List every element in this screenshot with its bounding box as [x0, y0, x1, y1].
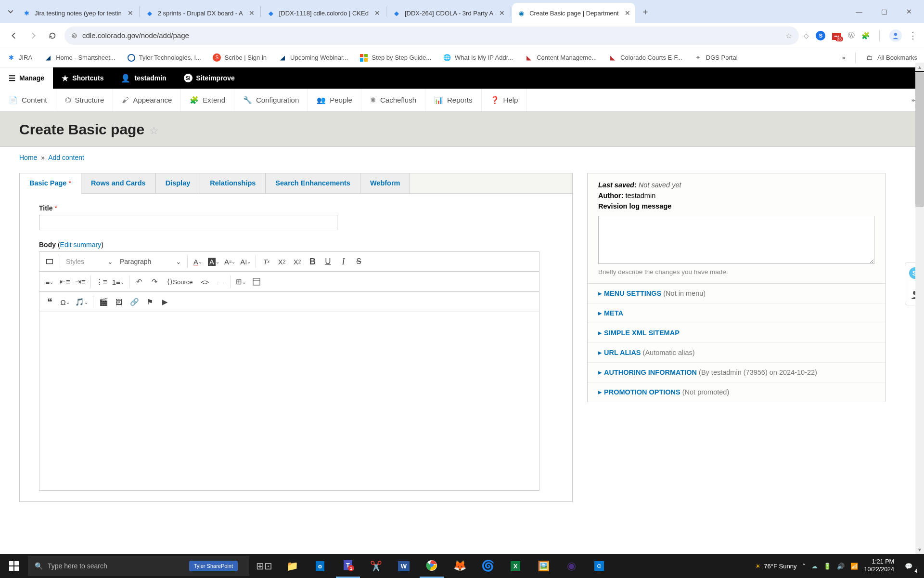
window-minimize[interactable]: — [848, 3, 870, 20]
file-explorer-icon[interactable]: 📁 [280, 554, 304, 578]
toolbar-siteimprove[interactable]: Si Siteimprove [175, 67, 244, 89]
text-color-button[interactable]: A ⌄ [191, 254, 205, 269]
details-meta[interactable]: ▸META [588, 303, 885, 323]
menu-people[interactable]: 👥People [308, 89, 361, 111]
insert-media-button[interactable]: 🎬 [96, 294, 111, 310]
close-icon[interactable]: ✕ [499, 9, 505, 17]
tab-webform[interactable]: Webform [360, 173, 411, 193]
details-url-alias[interactable]: ▸URL ALIAS (Automatic alias) [588, 343, 885, 363]
menu-structure[interactable]: ⌬Structure [56, 89, 114, 111]
format-dropdown[interactable]: Paragraph⌄ [117, 254, 184, 269]
snip-icon[interactable]: ✂️ [364, 554, 388, 578]
extension-icon[interactable]: ◇ [804, 32, 809, 39]
underline-button[interactable]: U [321, 254, 335, 269]
scroll-down-button[interactable]: ▼ [915, 545, 924, 554]
numbered-list-button[interactable]: 1≡ ⌄ [110, 274, 126, 289]
browser-tab[interactable]: ✱ Jira testing notes (yep for testin ✕ [17, 3, 138, 23]
styles-dropdown[interactable]: Styles⌄ [63, 254, 116, 269]
site-settings-icon[interactable]: ⊚ [71, 31, 77, 40]
profile-avatar[interactable] [889, 29, 902, 42]
align-button[interactable]: ≡ ⌄ [42, 274, 57, 289]
toolbar-user[interactable]: 👤 testadmin [112, 67, 175, 89]
task-view-button[interactable]: ⊞⊡ [252, 554, 276, 578]
close-icon[interactable]: ✕ [374, 9, 380, 17]
lastpass-icon[interactable]: ••• 23 [832, 32, 841, 39]
tray-chevron-up-icon[interactable]: ˄ [802, 563, 806, 570]
bookmark-item[interactable]: ◢Home - Smartsheet... [44, 53, 116, 62]
special-char-button[interactable]: Ω ⌄ [58, 294, 72, 310]
chrome-icon[interactable] [420, 554, 444, 578]
close-icon[interactable]: ✕ [625, 9, 630, 17]
outdent-button[interactable]: ⇤≡ [58, 274, 72, 289]
browser-tab-active[interactable]: ◉ Create Basic page | Department ✕ [512, 3, 635, 23]
taskbar-search[interactable]: 🔍 Type here to search Tyler SharePoint [28, 556, 249, 576]
system-clock[interactable]: 1:21 PM 10/22/2024 [864, 558, 894, 573]
superscript-button[interactable]: X2 [290, 254, 304, 269]
extensions-puzzle-icon[interactable]: 🧩 [861, 32, 870, 39]
browser-tab[interactable]: ◆ 2 sprints - Drupal DX board - A ✕ [141, 3, 259, 23]
breadcrumb-home[interactable]: Home [19, 154, 37, 161]
firefox-icon[interactable]: 🦊 [448, 554, 472, 578]
edit-summary-link[interactable]: Edit summary [60, 241, 102, 249]
shortcut-star-icon[interactable]: ☆ [149, 125, 159, 137]
chrome-menu-icon[interactable]: ⋮ [909, 30, 917, 41]
templates-button[interactable] [249, 274, 264, 289]
extension-icon[interactable]: Ⓦ [848, 31, 855, 40]
window-maximize[interactable]: ▢ [873, 3, 895, 20]
scrollbar-thumb[interactable] [915, 72, 924, 207]
breadcrumb-add-content[interactable]: Add content [48, 154, 84, 161]
action-center-button[interactable]: 💬 4 [900, 557, 917, 575]
italic-button[interactable]: I [336, 254, 350, 269]
code-button[interactable]: <> [198, 274, 212, 289]
toolbar-shortcuts[interactable]: ★ Shortcuts [53, 67, 112, 89]
battery-icon[interactable]: 🔋 [823, 563, 831, 570]
strikethrough-button[interactable]: S [351, 254, 366, 269]
bookmark-item[interactable]: ◣Colorado Courts E-F... [608, 53, 682, 62]
tab-display[interactable]: Display [156, 173, 201, 193]
title-input[interactable] [39, 215, 337, 230]
tab-basic-page[interactable]: Basic Page * [20, 173, 81, 194]
editor-body[interactable] [39, 312, 539, 490]
source-button[interactable]: ⟨⟩ Source [163, 274, 197, 289]
tab-rows-cards[interactable]: Rows and Cards [81, 173, 156, 193]
ai-button[interactable]: AI ⌄ [238, 254, 253, 269]
remove-format-button[interactable]: Tx [259, 254, 273, 269]
menu-content[interactable]: 📄Content [0, 89, 56, 111]
tab-search-enhancements[interactable]: Search Enhancements [266, 173, 360, 193]
bookmark-item[interactable]: SScribe | Sign in [213, 53, 267, 62]
tab-relationships[interactable]: Relationships [200, 173, 266, 193]
table-button[interactable]: ⊞ ⌄ [234, 274, 248, 289]
bookmarks-overflow[interactable]: » [842, 54, 846, 61]
scroll-up-button[interactable]: ▲ [915, 63, 924, 71]
window-close[interactable]: ✕ [898, 3, 920, 20]
bookmark-star-icon[interactable]: ☆ [786, 32, 792, 39]
new-tab-button[interactable]: ＋ [638, 4, 653, 19]
bold-button[interactable]: B [305, 254, 320, 269]
extension-icon[interactable]: S [816, 31, 825, 40]
reload-button[interactable] [45, 28, 60, 43]
close-icon[interactable]: ✕ [128, 9, 133, 17]
teams-icon[interactable]: T1 [336, 554, 360, 578]
font-size-button[interactable]: A≡ ⌄ [222, 254, 237, 269]
embed-button[interactable]: ▶ [158, 294, 172, 310]
start-button[interactable] [0, 554, 28, 578]
blockquote-button[interactable]: ❝ [42, 294, 57, 310]
bookmark-item[interactable]: 🌐What Is My IP Addr... [443, 53, 513, 62]
volume-icon[interactable]: 🔊 [837, 563, 845, 570]
details-authoring[interactable]: ▸AUTHORING INFORMATION (By testadmin (73… [588, 363, 885, 382]
close-icon[interactable]: ✕ [249, 9, 255, 17]
media-button[interactable]: 🎵 ⌄ [73, 294, 90, 310]
bullet-list-button[interactable]: ⋮≡ [94, 274, 109, 289]
tab-search-dropdown[interactable] [4, 5, 17, 18]
toolbar-manage[interactable]: ☰ Manage [0, 67, 53, 89]
subscript-button[interactable]: X2 [274, 254, 289, 269]
menu-extend[interactable]: 🧩Extend [181, 89, 234, 111]
forward-button[interactable] [26, 28, 40, 43]
image-button[interactable]: 🖼 [112, 294, 126, 310]
back-button[interactable] [7, 28, 21, 43]
bookmark-item[interactable]: ✦DGS Portal [694, 53, 738, 62]
all-bookmarks-button[interactable]: 🗀All Bookmarks [865, 53, 917, 62]
bookmark-item[interactable]: ✱JIRA [7, 53, 32, 62]
details-menu-settings[interactable]: ▸MENU SETTINGS (Not in menu) [588, 284, 885, 303]
redo-button[interactable]: ↷ [148, 274, 162, 289]
